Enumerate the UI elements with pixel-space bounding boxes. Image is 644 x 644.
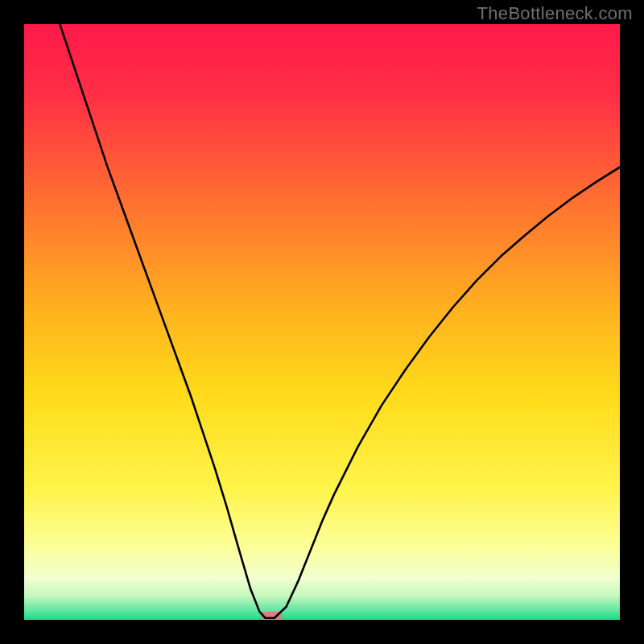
chart-frame: TheBottleneck.com [0, 0, 644, 644]
plot-area [24, 24, 620, 620]
bottleneck-curve [24, 24, 620, 620]
watermark-text: TheBottleneck.com [477, 3, 633, 24]
